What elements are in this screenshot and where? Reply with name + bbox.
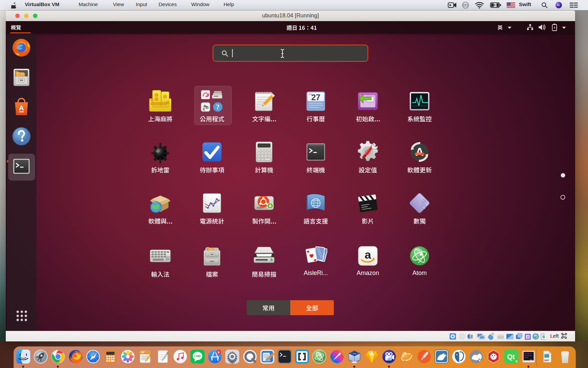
svg-text:A: A bbox=[415, 145, 424, 158]
svg-text:c: c bbox=[203, 107, 205, 111]
svg-text:a: a bbox=[365, 248, 372, 261]
svg-text:U: U bbox=[527, 335, 529, 338]
svg-text:Vbox: Vbox bbox=[353, 353, 356, 354]
svg-text:A: A bbox=[19, 104, 24, 112]
svg-text:Qt: Qt bbox=[507, 353, 515, 361]
svg-text:LINE: LINE bbox=[194, 354, 201, 358]
svg-text:?: ? bbox=[216, 103, 219, 111]
svg-text:b: b bbox=[206, 105, 209, 110]
svg-text:27: 27 bbox=[311, 93, 321, 102]
svg-text:BMP: BMP bbox=[544, 359, 549, 362]
svg-text:9: 9 bbox=[218, 351, 219, 354]
